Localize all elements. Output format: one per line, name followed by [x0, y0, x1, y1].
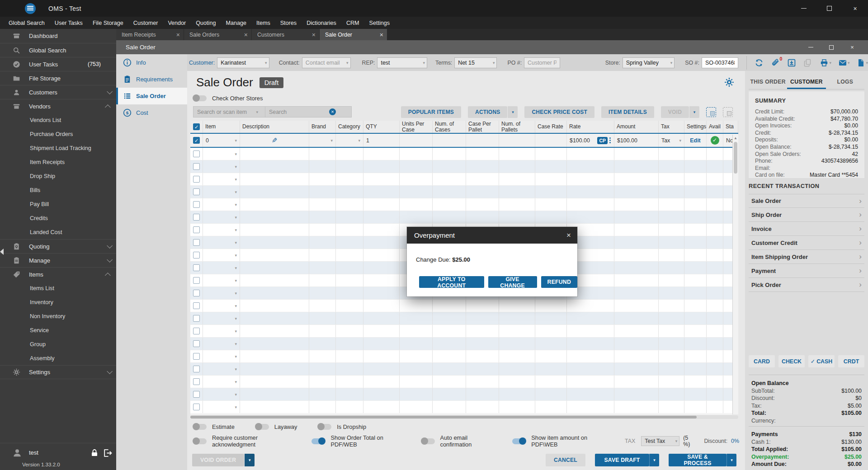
- tab-customer[interactable]: CUSTOMER: [787, 75, 826, 89]
- table-horizontal-scrollbar[interactable]: [190, 415, 738, 419]
- row-checkbox[interactable]: [190, 300, 203, 312]
- store-select[interactable]: ▾: [623, 57, 675, 68]
- row-checkbox[interactable]: [190, 287, 203, 299]
- contact-select[interactable]: ▾: [302, 57, 351, 68]
- menu-global-search[interactable]: Global Search: [4, 17, 50, 29]
- chevron-down-icon[interactable]: ▾: [235, 164, 237, 169]
- tab-sale-orders[interactable]: Sale Orders×: [184, 29, 252, 40]
- save-process-dropdown-arrow[interactable]: ▾: [726, 454, 736, 466]
- cp-badge[interactable]: CP: [597, 137, 608, 144]
- chevron-down-icon[interactable]: ▾: [235, 278, 237, 283]
- table-row[interactable]: ▾: [190, 388, 738, 401]
- chevron-down-icon[interactable]: ▾: [235, 240, 237, 245]
- row-checkbox[interactable]: [190, 312, 203, 324]
- recent-payment[interactable]: Payment›: [749, 264, 864, 278]
- attachments-icon[interactable]: 0: [770, 58, 780, 68]
- row-checkbox[interactable]: [190, 173, 203, 185]
- table-vertical-scrollbar[interactable]: ▲: [732, 135, 738, 414]
- row-checkbox[interactable]: [190, 211, 203, 223]
- recent-invoice[interactable]: Invoice›: [749, 222, 864, 236]
- refund-button[interactable]: REFUND: [541, 276, 577, 288]
- save-process-button[interactable]: SAVE & PROCESS: [669, 454, 726, 466]
- cash-payment-button[interactable]: ✓CASH: [808, 355, 835, 367]
- chevron-down-icon[interactable]: ▾: [235, 291, 237, 296]
- table-row[interactable]: ▾: [190, 401, 738, 414]
- email-button[interactable]: ▾: [838, 58, 850, 68]
- menu-customer[interactable]: Customer: [128, 17, 163, 29]
- item-search-select[interactable]: ▾: [193, 106, 261, 118]
- close-icon[interactable]: ×: [380, 31, 383, 38]
- so-number-input[interactable]: [702, 57, 739, 68]
- sidebar-item-bills[interactable]: Bills: [0, 183, 116, 197]
- currency-link[interactable]: Currency:: [751, 417, 776, 425]
- check-payment-button[interactable]: CHECK: [778, 355, 805, 367]
- category-dropdown-arrow[interactable]: ▾: [358, 138, 360, 143]
- tax-value[interactable]: Tax: [661, 137, 670, 144]
- gear-icon[interactable]: [724, 77, 734, 87]
- require-ack-toggle[interactable]: Require customer acknowledgment: [193, 434, 292, 448]
- check-other-stores-toggle[interactable]: Check Other Stores: [193, 95, 263, 102]
- lock-icon[interactable]: [90, 448, 99, 457]
- chevron-down-icon[interactable]: ▾: [235, 405, 237, 409]
- menu-items[interactable]: Items: [251, 17, 275, 29]
- chevron-down-icon[interactable]: ▾: [235, 342, 237, 346]
- chevron-down-icon[interactable]: ▾: [235, 190, 237, 194]
- nav-item-info[interactable]: Info: [116, 54, 187, 71]
- discount-value[interactable]: 0%: [731, 438, 739, 444]
- chevron-down-icon[interactable]: ▾: [235, 316, 237, 321]
- sidebar-item-inventory[interactable]: Inventory: [0, 295, 116, 309]
- sidebar-item-customers[interactable]: Customers: [0, 85, 116, 99]
- grid-layout-alt-icon[interactable]: [723, 107, 733, 117]
- select-all-checkbox[interactable]: ✓: [190, 121, 203, 133]
- menu-user-tasks[interactable]: User Tasks: [50, 17, 88, 29]
- menu-settings[interactable]: Settings: [364, 17, 395, 29]
- customer-select[interactable]: ▾: [217, 57, 269, 68]
- sidebar-item-vendors-list[interactable]: Vendors List: [0, 113, 116, 127]
- row-checkbox[interactable]: ✓: [190, 134, 203, 147]
- row-checkbox[interactable]: [190, 401, 203, 413]
- sidebar-item-items-list[interactable]: Items List: [0, 281, 116, 295]
- table-row[interactable]: ▾: [190, 363, 738, 376]
- edit-settings-link[interactable]: Edit: [690, 137, 700, 144]
- chevron-down-icon[interactable]: ▾: [235, 202, 237, 207]
- row-checkbox[interactable]: [190, 388, 203, 400]
- menu-crm[interactable]: CRM: [341, 17, 364, 29]
- sidebar-item-manage[interactable]: Manage: [0, 253, 116, 267]
- check-price-cost-button[interactable]: CHECK PRICE COST: [524, 106, 594, 118]
- actions-button[interactable]: ACTIONS: [468, 106, 507, 118]
- chevron-down-icon[interactable]: ▾: [235, 215, 237, 220]
- row-checkbox[interactable]: [190, 338, 203, 350]
- rep-select[interactable]: ▾: [377, 57, 427, 68]
- nav-item-cost[interactable]: $ Cost: [116, 104, 187, 121]
- menu-file-storage[interactable]: File Storage: [88, 17, 128, 29]
- chevron-down-icon[interactable]: ▾: [235, 329, 237, 334]
- table-row[interactable]: ▾: [190, 312, 738, 325]
- brand-dropdown-arrow[interactable]: ▾: [330, 138, 333, 143]
- nav-item-sale-order[interactable]: Sale Order: [116, 88, 187, 104]
- tab-this-order[interactable]: THIS ORDER: [749, 75, 787, 89]
- rate-value[interactable]: $100.00: [570, 137, 590, 144]
- export-document-button[interactable]: ▾: [856, 58, 868, 68]
- terms-select[interactable]: ▾: [454, 57, 497, 68]
- table-row[interactable]: ▾: [190, 325, 738, 338]
- apply-to-account-button[interactable]: APPLY TO ACCOUNT: [419, 276, 484, 288]
- sidebar-item-purchase-orders[interactable]: Purchase Orders: [0, 127, 116, 141]
- table-row[interactable]: ▾: [190, 211, 738, 224]
- card-payment-button[interactable]: CARD: [749, 355, 775, 367]
- subwindow-restore-button[interactable]: [821, 40, 842, 54]
- row-checkbox[interactable]: [190, 262, 203, 274]
- chevron-down-icon[interactable]: ▾: [235, 253, 237, 258]
- table-row[interactable]: ▾: [190, 198, 738, 211]
- table-row[interactable]: ▾: [190, 376, 738, 388]
- menu-stores[interactable]: Stores: [275, 17, 302, 29]
- is-dropship-toggle[interactable]: Is Dropship: [318, 423, 366, 430]
- menu-dictionaries[interactable]: Dictionaries: [302, 17, 341, 29]
- void-dropdown-arrow[interactable]: ▾: [689, 106, 699, 118]
- sidebar-item-landed-cost[interactable]: Landed Cost: [0, 225, 116, 239]
- recent-sale-order[interactable]: Sale Order›: [749, 194, 864, 208]
- credit-payment-button[interactable]: CRDT: [838, 355, 864, 367]
- window-minimize-button[interactable]: [791, 0, 816, 17]
- save-draft-button[interactable]: SAVE DRAFT: [595, 454, 649, 466]
- menu-manage[interactable]: Manage: [221, 17, 251, 29]
- download-icon[interactable]: [787, 58, 797, 68]
